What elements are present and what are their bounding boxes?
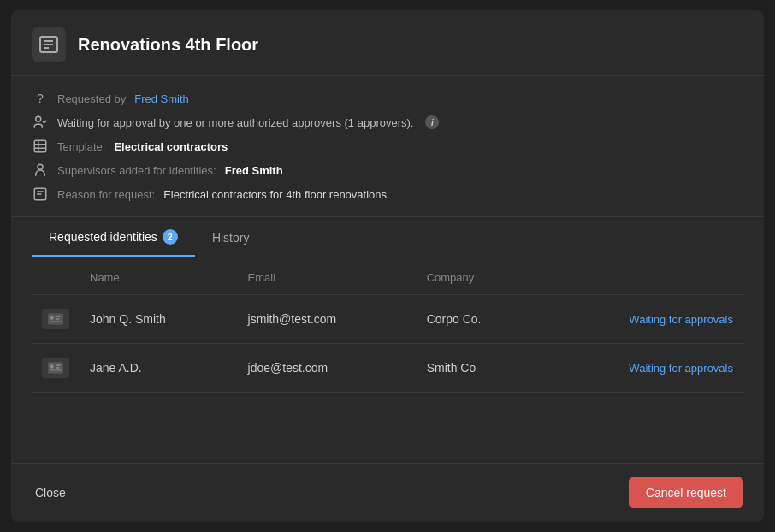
identity-icon bbox=[42, 309, 69, 329]
meta-supervisors: Supervisors added for identities: Fred S… bbox=[32, 162, 743, 179]
col-email: Email bbox=[238, 257, 417, 295]
row-company: Corpo Co. bbox=[417, 295, 540, 344]
svg-rect-16 bbox=[56, 318, 60, 320]
meta-approval: Waiting for approval by one or more auth… bbox=[32, 114, 743, 131]
modal-meta: ? Requested by Fred Smith Waiting for ap… bbox=[11, 76, 764, 217]
svg-rect-22 bbox=[50, 369, 62, 371]
row-company: Smith Co bbox=[417, 344, 540, 393]
question-icon: ? bbox=[32, 90, 49, 107]
row-icon-cell bbox=[32, 295, 80, 344]
tab-history-label: History bbox=[212, 231, 250, 245]
row-status: Waiting for approvals bbox=[539, 344, 743, 393]
svg-point-4 bbox=[36, 116, 41, 121]
reason-value: Electrical contractors for 4th floor ren… bbox=[163, 188, 389, 201]
template-label: Template: bbox=[57, 140, 105, 153]
tab-bar: Requested identities 2 History bbox=[11, 217, 764, 257]
svg-rect-14 bbox=[50, 316, 54, 320]
col-status bbox=[539, 257, 743, 295]
meta-reason: Reason for request: Electrical contracto… bbox=[32, 186, 743, 203]
tab-requested-identities-label: Requested identities bbox=[49, 230, 157, 244]
modal-footer: Close Cancel request bbox=[11, 463, 764, 522]
col-name: Name bbox=[80, 257, 238, 295]
meta-template: Template: Electrical contractors bbox=[32, 138, 743, 155]
modal-dialog: Renovations 4th Floor ? Requested by Fre… bbox=[11, 10, 764, 522]
svg-point-9 bbox=[38, 164, 43, 169]
close-button[interactable]: Close bbox=[32, 479, 69, 506]
template-icon bbox=[32, 138, 49, 155]
row-email: jdoe@test.com bbox=[238, 344, 417, 393]
svg-rect-21 bbox=[56, 367, 60, 369]
supervisors-label: Supervisors added for identities: bbox=[57, 164, 216, 177]
reason-label: Reason for request: bbox=[57, 188, 155, 201]
requested-by-value: Fred Smith bbox=[134, 92, 189, 105]
identity-icon bbox=[42, 358, 69, 378]
modal-title: Renovations 4th Floor bbox=[78, 35, 258, 55]
col-icon bbox=[32, 257, 80, 295]
approval-text: Waiting for approval by one or more auth… bbox=[57, 116, 413, 129]
tab-badge: 2 bbox=[163, 229, 178, 245]
row-email: jsmith@test.com bbox=[238, 295, 417, 344]
tab-requested-identities[interactable]: Requested identities 2 bbox=[32, 217, 195, 257]
meta-requested-by: ? Requested by Fred Smith bbox=[32, 90, 743, 107]
svg-rect-20 bbox=[56, 364, 61, 366]
approval-icon bbox=[32, 114, 49, 131]
row-status: Waiting for approvals bbox=[539, 295, 743, 344]
svg-rect-15 bbox=[56, 316, 61, 317]
table-row: John Q. Smith jsmith@test.com Corpo Co. … bbox=[32, 295, 743, 344]
template-value: Electrical contractors bbox=[114, 140, 228, 153]
identities-table: Name Email Company bbox=[32, 257, 743, 393]
requested-by-label: Requested by bbox=[57, 92, 126, 105]
col-company: Company bbox=[417, 257, 540, 295]
table-area: Name Email Company bbox=[11, 257, 764, 463]
table-row: Jane A.D. jdoe@test.com Smith Co Waiting… bbox=[32, 344, 743, 393]
row-name: John Q. Smith bbox=[80, 295, 238, 344]
supervisors-value: Fred Smith bbox=[225, 164, 283, 177]
cancel-request-button[interactable]: Cancel request bbox=[629, 477, 743, 508]
info-icon[interactable]: i bbox=[425, 115, 439, 129]
row-name: Jane A.D. bbox=[80, 344, 238, 393]
svg-rect-5 bbox=[34, 140, 46, 152]
supervisor-icon bbox=[32, 162, 49, 179]
modal-header: Renovations 4th Floor bbox=[11, 10, 764, 76]
table-header-row: Name Email Company bbox=[32, 257, 743, 295]
row-icon-cell bbox=[32, 344, 80, 393]
tab-history[interactable]: History bbox=[195, 217, 267, 257]
reason-icon bbox=[32, 186, 49, 203]
svg-rect-17 bbox=[50, 321, 62, 322]
svg-rect-19 bbox=[50, 364, 54, 369]
modal-header-icon bbox=[32, 27, 66, 62]
